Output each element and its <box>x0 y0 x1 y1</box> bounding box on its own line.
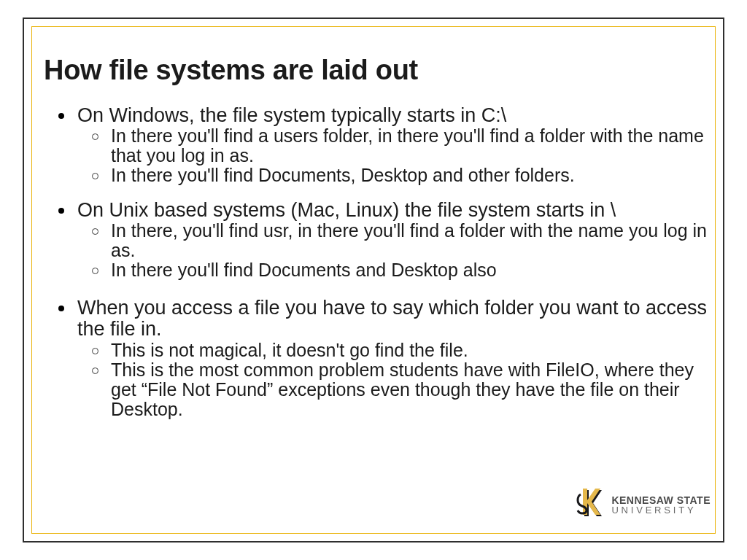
bullet-item-1: On Windows, the file system typically st… <box>44 105 708 185</box>
slide-content: How file systems are laid out On Windows… <box>44 55 708 434</box>
bullet-main-text: On Windows, the file system typically st… <box>77 105 708 126</box>
sub-bullet-list: In there, you'll find usr, in there you'… <box>77 221 708 280</box>
slide: How file systems are laid out On Windows… <box>0 0 747 560</box>
slide-title: How file systems are laid out <box>44 55 708 86</box>
sub-bullet-list: In there you'll find a users folder, in … <box>77 126 708 185</box>
logo-line2: UNIVERSITY <box>611 505 711 515</box>
sub-bullet-text: In there you'll find Documents, Desktop … <box>111 166 708 185</box>
bullet-main-text: On Unix based systems (Mac, Linux) the f… <box>77 200 708 221</box>
sub-bullet-item: In there you'll find Documents and Deskt… <box>77 260 708 280</box>
sub-bullet-text: In there you'll find a users folder, in … <box>111 126 708 166</box>
sub-bullet-item: In there you'll find a users folder, in … <box>77 126 708 166</box>
sub-bullet-item: This is not magical, it doesn't go find … <box>77 341 708 360</box>
sub-bullet-item: This is the most common problem students… <box>77 360 708 419</box>
sub-bullet-list: This is not magical, it doesn't go find … <box>77 341 708 419</box>
sub-bullet-item: In there you'll find Documents, Desktop … <box>77 166 708 185</box>
sub-bullet-text: This is not magical, it doesn't go find … <box>111 341 708 360</box>
sub-bullet-text: This is the most common problem students… <box>111 360 708 419</box>
university-logo: KENNESAW STATE UNIVERSITY <box>576 487 711 522</box>
sub-bullet-text: In there, you'll find usr, in there you'… <box>111 221 708 260</box>
bullet-item-3: When you access a file you have to say w… <box>44 298 708 419</box>
logo-text: KENNESAW STATE UNIVERSITY <box>611 495 711 515</box>
bullet-main-text: When you access a file you have to say w… <box>77 298 708 340</box>
ks-monogram-icon <box>576 487 605 522</box>
logo-line1: KENNESAW STATE <box>611 495 711 505</box>
sub-bullet-text: In there you'll find Documents and Deskt… <box>111 260 708 280</box>
sub-bullet-item: In there, you'll find usr, in there you'… <box>77 221 708 260</box>
bullet-list: On Windows, the file system typically st… <box>44 105 708 419</box>
bullet-item-2: On Unix based systems (Mac, Linux) the f… <box>44 200 708 280</box>
